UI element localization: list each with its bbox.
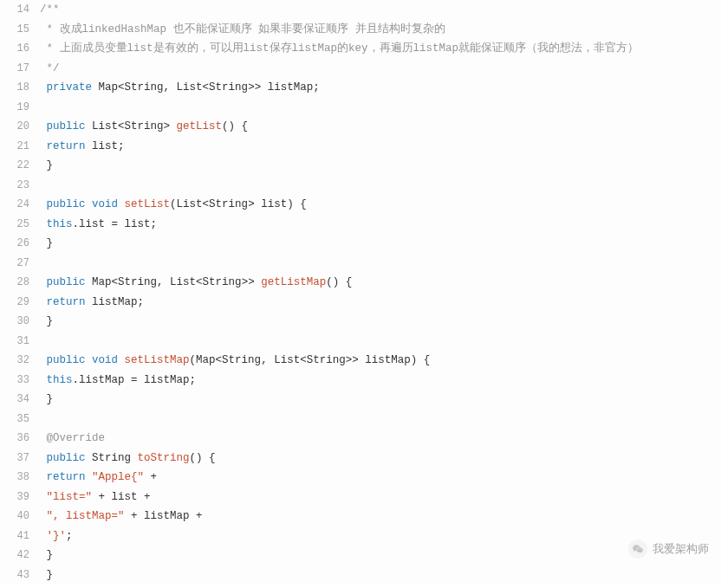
line-number: 37 xyxy=(0,449,29,468)
code-line: return listMap; xyxy=(40,293,721,313)
line-number: 41 xyxy=(0,527,29,546)
line-number: 31 xyxy=(0,332,29,352)
code-line: private Map<String, List<String>> listMa… xyxy=(40,78,721,98)
line-number: 29 xyxy=(0,293,29,313)
code-line: /** xyxy=(40,0,721,20)
code-line: ", listMap=" + listMap + xyxy=(40,507,721,527)
code-line: * 改成linkedHashMap 也不能保证顺序 如果非要保证顺序 并且结构时… xyxy=(40,20,721,40)
line-number: 35 xyxy=(0,410,29,430)
code-line: } xyxy=(40,390,721,410)
code-line: this.listMap = listMap; xyxy=(40,371,721,391)
code-line: } xyxy=(40,312,721,332)
code-line: } xyxy=(40,234,721,254)
code-line xyxy=(40,176,721,196)
line-number: 33 xyxy=(0,371,29,391)
line-number: 15 xyxy=(0,20,29,40)
line-number: 32 xyxy=(0,351,29,371)
code-line: this.list = list; xyxy=(40,215,721,235)
line-number: 39 xyxy=(0,488,29,507)
code-line: "list=" + list + xyxy=(40,488,721,507)
code-line: '}'; xyxy=(40,527,721,546)
line-number: 22 xyxy=(0,156,29,176)
line-number: 20 xyxy=(0,117,29,137)
code-line: public void setList(List<String> list) { xyxy=(40,195,721,215)
line-number: 27 xyxy=(0,254,29,274)
code-line: return "Apple{" + xyxy=(40,468,721,488)
code-line: public void setListMap(Map<String, List<… xyxy=(40,351,721,371)
code-line: return list; xyxy=(40,137,721,157)
wechat-icon xyxy=(628,540,647,559)
code-line: } xyxy=(40,565,721,585)
line-number: 43 xyxy=(0,565,29,585)
line-number: 24 xyxy=(0,195,29,215)
line-number-gutter: 1415161718192021222324252627282930313233… xyxy=(0,0,35,585)
line-number: 42 xyxy=(0,546,29,565)
line-number: 16 xyxy=(0,39,29,59)
line-number: 23 xyxy=(0,176,29,196)
line-number: 34 xyxy=(0,390,29,410)
line-number: 38 xyxy=(0,468,29,488)
code-content: /** * 改成linkedHashMap 也不能保证顺序 如果非要保证顺序 并… xyxy=(35,0,721,585)
line-number: 25 xyxy=(0,215,29,235)
line-number: 18 xyxy=(0,78,29,98)
line-number: 26 xyxy=(0,234,29,254)
code-line: public String toString() { xyxy=(40,449,721,468)
code-line xyxy=(40,332,721,352)
code-line xyxy=(40,254,721,274)
line-number: 36 xyxy=(0,429,29,449)
watermark: 我爱架构师 xyxy=(628,540,709,559)
line-number: 21 xyxy=(0,137,29,157)
code-line xyxy=(40,98,721,118)
code-line: @Override xyxy=(40,429,721,449)
code-line xyxy=(40,410,721,430)
line-number: 17 xyxy=(0,59,29,79)
code-line: * 上面成员变量list是有效的，可以用list保存listMap的key，再遍… xyxy=(40,39,721,59)
watermark-label: 我爱架构师 xyxy=(653,540,709,559)
line-number: 30 xyxy=(0,312,29,332)
line-number: 28 xyxy=(0,273,29,293)
code-line: public List<String> getList() { xyxy=(40,117,721,137)
code-line: } xyxy=(40,156,721,176)
line-number: 19 xyxy=(0,98,29,118)
code-line: } xyxy=(40,546,721,565)
line-number: 40 xyxy=(0,507,29,527)
code-block: 1415161718192021222324252627282930313233… xyxy=(0,0,721,585)
code-line: public Map<String, List<String>> getList… xyxy=(40,273,721,293)
code-line: */ xyxy=(40,59,721,79)
line-number: 14 xyxy=(0,0,29,20)
